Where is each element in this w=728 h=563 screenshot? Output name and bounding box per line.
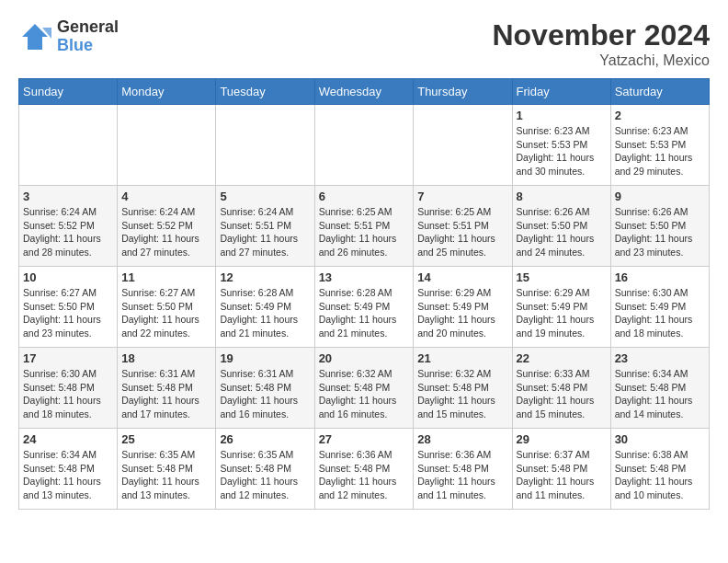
day-info: Sunrise: 6:35 AM Sunset: 5:48 PM Dayligh… xyxy=(220,448,310,502)
calendar-cell: 8Sunrise: 6:26 AM Sunset: 5:50 PM Daylig… xyxy=(512,186,610,267)
calendar-cell: 1Sunrise: 6:23 AM Sunset: 5:53 PM Daylig… xyxy=(512,105,610,186)
calendar-cell: 16Sunrise: 6:30 AM Sunset: 5:49 PM Dayli… xyxy=(610,267,709,348)
calendar-cell: 30Sunrise: 6:38 AM Sunset: 5:48 PM Dayli… xyxy=(610,429,709,510)
day-number: 17 xyxy=(23,351,113,365)
day-number: 30 xyxy=(615,432,705,446)
day-number: 18 xyxy=(121,351,211,365)
month-title: November 2024 xyxy=(492,18,710,52)
day-info: Sunrise: 6:35 AM Sunset: 5:48 PM Dayligh… xyxy=(121,448,211,502)
day-info: Sunrise: 6:27 AM Sunset: 5:50 PM Dayligh… xyxy=(121,286,211,340)
calendar-table: SundayMondayTuesdayWednesdayThursdayFrid… xyxy=(18,78,710,510)
day-number: 6 xyxy=(319,190,410,203)
logo: General Blue xyxy=(18,18,119,55)
day-info: Sunrise: 6:23 AM Sunset: 5:53 PM Dayligh… xyxy=(615,124,705,178)
day-info: Sunrise: 6:29 AM Sunset: 5:49 PM Dayligh… xyxy=(517,286,607,340)
weekday-header: Friday xyxy=(512,79,610,105)
calendar-cell: 14Sunrise: 6:29 AM Sunset: 5:49 PM Dayli… xyxy=(414,267,512,348)
calendar-body: 1Sunrise: 6:23 AM Sunset: 5:53 PM Daylig… xyxy=(19,105,710,510)
calendar-week-row: 24Sunrise: 6:34 AM Sunset: 5:48 PM Dayli… xyxy=(19,429,710,510)
calendar-cell: 3Sunrise: 6:24 AM Sunset: 5:52 PM Daylig… xyxy=(19,186,118,267)
logo-icon xyxy=(18,20,51,53)
calendar-cell: 2Sunrise: 6:23 AM Sunset: 5:53 PM Daylig… xyxy=(610,105,709,186)
calendar-week-row: 3Sunrise: 6:24 AM Sunset: 5:52 PM Daylig… xyxy=(19,186,710,267)
calendar-cell: 23Sunrise: 6:34 AM Sunset: 5:48 PM Dayli… xyxy=(610,348,709,429)
day-number: 26 xyxy=(220,432,310,446)
day-number: 4 xyxy=(121,190,211,203)
calendar-cell xyxy=(19,105,118,186)
day-number: 3 xyxy=(23,190,113,203)
calendar-cell: 17Sunrise: 6:30 AM Sunset: 5:48 PM Dayli… xyxy=(19,348,118,429)
day-info: Sunrise: 6:33 AM Sunset: 5:48 PM Dayligh… xyxy=(517,367,607,421)
day-info: Sunrise: 6:26 AM Sunset: 5:50 PM Dayligh… xyxy=(615,205,705,259)
day-info: Sunrise: 6:26 AM Sunset: 5:50 PM Dayligh… xyxy=(517,205,607,259)
day-number: 16 xyxy=(615,270,705,284)
day-number: 14 xyxy=(417,270,507,284)
day-info: Sunrise: 6:36 AM Sunset: 5:48 PM Dayligh… xyxy=(319,448,410,502)
calendar-cell: 22Sunrise: 6:33 AM Sunset: 5:48 PM Dayli… xyxy=(512,348,610,429)
day-number: 25 xyxy=(121,432,211,446)
calendar-cell: 7Sunrise: 6:25 AM Sunset: 5:51 PM Daylig… xyxy=(414,186,512,267)
day-number: 23 xyxy=(615,351,705,365)
day-number: 22 xyxy=(517,351,607,365)
calendar-week-row: 17Sunrise: 6:30 AM Sunset: 5:48 PM Dayli… xyxy=(19,348,710,429)
day-info: Sunrise: 6:28 AM Sunset: 5:49 PM Dayligh… xyxy=(220,286,310,340)
day-number: 1 xyxy=(517,109,607,122)
day-number: 19 xyxy=(220,351,310,365)
calendar-cell: 12Sunrise: 6:28 AM Sunset: 5:49 PM Dayli… xyxy=(216,267,314,348)
location: Yatzachi, Mexico xyxy=(492,52,710,69)
day-number: 8 xyxy=(517,190,607,203)
calendar-cell: 4Sunrise: 6:24 AM Sunset: 5:52 PM Daylig… xyxy=(118,186,216,267)
calendar-cell: 21Sunrise: 6:32 AM Sunset: 5:48 PM Dayli… xyxy=(414,348,512,429)
day-info: Sunrise: 6:30 AM Sunset: 5:49 PM Dayligh… xyxy=(615,286,705,340)
calendar-week-row: 1Sunrise: 6:23 AM Sunset: 5:53 PM Daylig… xyxy=(19,105,710,186)
calendar-cell: 25Sunrise: 6:35 AM Sunset: 5:48 PM Dayli… xyxy=(118,429,216,510)
weekday-header: Tuesday xyxy=(216,79,314,105)
day-number: 20 xyxy=(319,351,410,365)
day-number: 21 xyxy=(417,351,507,365)
day-number: 24 xyxy=(23,432,113,446)
calendar-header: SundayMondayTuesdayWednesdayThursdayFrid… xyxy=(19,79,710,105)
day-info: Sunrise: 6:24 AM Sunset: 5:52 PM Dayligh… xyxy=(121,205,211,259)
day-info: Sunrise: 6:25 AM Sunset: 5:51 PM Dayligh… xyxy=(319,205,410,259)
weekday-row: SundayMondayTuesdayWednesdayThursdayFrid… xyxy=(19,79,710,105)
calendar-cell: 6Sunrise: 6:25 AM Sunset: 5:51 PM Daylig… xyxy=(314,186,414,267)
day-number: 15 xyxy=(517,270,607,284)
calendar-week-row: 10Sunrise: 6:27 AM Sunset: 5:50 PM Dayli… xyxy=(19,267,710,348)
day-info: Sunrise: 6:25 AM Sunset: 5:51 PM Dayligh… xyxy=(417,205,507,259)
day-info: Sunrise: 6:29 AM Sunset: 5:49 PM Dayligh… xyxy=(417,286,507,340)
calendar-cell xyxy=(414,105,512,186)
calendar-cell: 9Sunrise: 6:26 AM Sunset: 5:50 PM Daylig… xyxy=(610,186,709,267)
day-number: 13 xyxy=(319,270,410,284)
calendar-cell xyxy=(118,105,216,186)
day-info: Sunrise: 6:28 AM Sunset: 5:49 PM Dayligh… xyxy=(319,286,410,340)
day-info: Sunrise: 6:34 AM Sunset: 5:48 PM Dayligh… xyxy=(615,367,705,421)
calendar-cell: 11Sunrise: 6:27 AM Sunset: 5:50 PM Dayli… xyxy=(118,267,216,348)
day-info: Sunrise: 6:24 AM Sunset: 5:51 PM Dayligh… xyxy=(220,205,310,259)
calendar-cell xyxy=(216,105,314,186)
day-number: 5 xyxy=(220,190,310,203)
page-header: General Blue November 2024 Yatzachi, Mex… xyxy=(18,18,710,69)
calendar-cell xyxy=(314,105,414,186)
day-info: Sunrise: 6:24 AM Sunset: 5:52 PM Dayligh… xyxy=(23,205,113,259)
calendar-cell: 28Sunrise: 6:36 AM Sunset: 5:48 PM Dayli… xyxy=(414,429,512,510)
day-number: 7 xyxy=(417,190,507,203)
weekday-header: Saturday xyxy=(610,79,709,105)
calendar-cell: 20Sunrise: 6:32 AM Sunset: 5:48 PM Dayli… xyxy=(314,348,414,429)
day-number: 9 xyxy=(615,190,705,203)
day-info: Sunrise: 6:31 AM Sunset: 5:48 PM Dayligh… xyxy=(121,367,211,421)
day-info: Sunrise: 6:30 AM Sunset: 5:48 PM Dayligh… xyxy=(23,367,113,421)
title-area: November 2024 Yatzachi, Mexico xyxy=(492,18,710,69)
calendar-cell: 24Sunrise: 6:34 AM Sunset: 5:48 PM Dayli… xyxy=(19,429,118,510)
day-info: Sunrise: 6:36 AM Sunset: 5:48 PM Dayligh… xyxy=(417,448,507,502)
day-number: 29 xyxy=(517,432,607,446)
calendar-cell: 18Sunrise: 6:31 AM Sunset: 5:48 PM Dayli… xyxy=(118,348,216,429)
calendar-cell: 13Sunrise: 6:28 AM Sunset: 5:49 PM Dayli… xyxy=(314,267,414,348)
weekday-header: Thursday xyxy=(414,79,512,105)
calendar-cell: 10Sunrise: 6:27 AM Sunset: 5:50 PM Dayli… xyxy=(19,267,118,348)
day-info: Sunrise: 6:37 AM Sunset: 5:48 PM Dayligh… xyxy=(517,448,607,502)
day-number: 2 xyxy=(615,109,705,122)
calendar-cell: 15Sunrise: 6:29 AM Sunset: 5:49 PM Dayli… xyxy=(512,267,610,348)
day-info: Sunrise: 6:23 AM Sunset: 5:53 PM Dayligh… xyxy=(517,124,607,178)
calendar-cell: 27Sunrise: 6:36 AM Sunset: 5:48 PM Dayli… xyxy=(314,429,414,510)
calendar-cell: 26Sunrise: 6:35 AM Sunset: 5:48 PM Dayli… xyxy=(216,429,314,510)
